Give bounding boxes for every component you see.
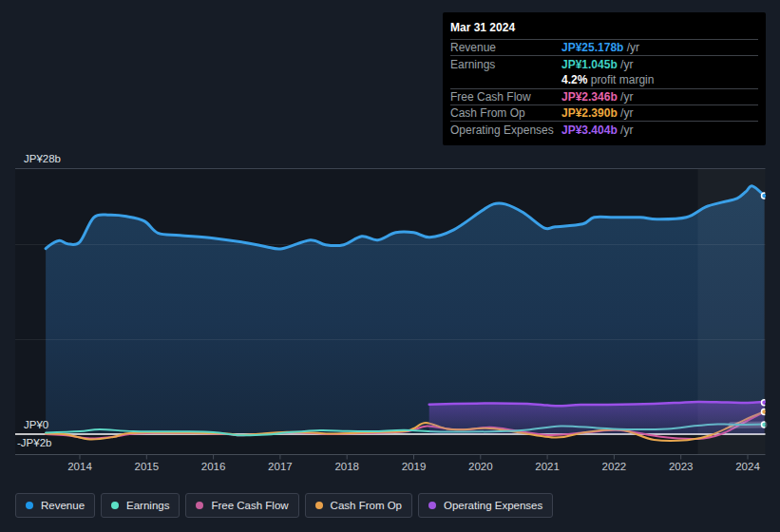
svg-text:2021: 2021 — [535, 461, 560, 472]
svg-text:2016: 2016 — [201, 461, 226, 472]
svg-text:2020: 2020 — [468, 461, 493, 472]
svg-text:2024: 2024 — [735, 461, 760, 472]
svg-text:2017: 2017 — [268, 461, 293, 472]
svg-text:-JP¥2b: -JP¥2b — [17, 437, 51, 448]
svg-text:JP¥0: JP¥0 — [24, 419, 48, 430]
svg-text:2019: 2019 — [402, 461, 427, 472]
svg-text:2023: 2023 — [669, 461, 694, 472]
svg-text:2018: 2018 — [334, 461, 359, 472]
svg-text:2015: 2015 — [135, 461, 160, 472]
svg-text:2014: 2014 — [67, 461, 92, 472]
svg-text:JP¥28b: JP¥28b — [24, 153, 61, 164]
svg-text:2022: 2022 — [602, 461, 627, 472]
